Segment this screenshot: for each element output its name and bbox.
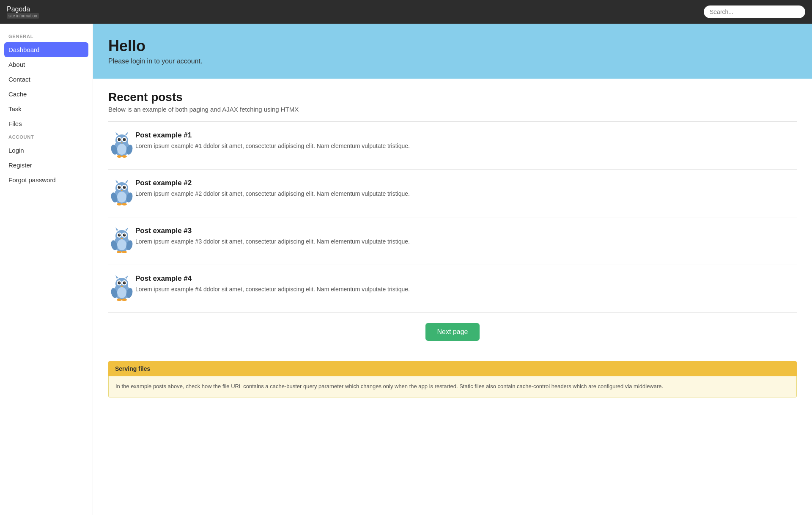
post-text: Lorem ipsum example #2 ddolor sit amet, … (135, 189, 797, 198)
posts-section-title: Recent posts (108, 90, 797, 104)
svg-point-37 (120, 234, 121, 235)
sidebar-item-register[interactable]: Register (0, 158, 93, 173)
sidebar-item-about[interactable]: About (0, 57, 93, 72)
sidebar-section-general: GENERAL Dashboard About Contact Cache Ta… (0, 34, 93, 131)
svg-point-63 (122, 299, 127, 301)
post-text: Lorem ipsum example #3 ddolor sit amet, … (135, 237, 797, 246)
svg-point-31 (122, 203, 127, 205)
serving-files-box: Serving files In the example posts above… (108, 361, 797, 397)
post-title: Post example #2 (135, 179, 797, 187)
svg-point-5 (120, 139, 121, 140)
post-body: Post example #3Lorem ipsum example #3 dd… (135, 227, 797, 246)
post-item: Post example #1Lorem ipsum example #1 dd… (108, 122, 797, 170)
svg-point-46 (117, 251, 122, 253)
svg-point-40 (125, 234, 126, 235)
sidebar-item-files[interactable]: Files (0, 116, 93, 131)
svg-point-30 (117, 203, 122, 205)
search-input[interactable] (704, 5, 805, 18)
post-avatar (108, 274, 135, 303)
svg-point-23 (123, 186, 126, 189)
sidebar-item-task[interactable]: Task (0, 101, 93, 116)
svg-point-55 (123, 282, 126, 285)
svg-point-62 (117, 299, 122, 301)
main-content: Hello Please login in to your account. R… (93, 24, 812, 515)
svg-point-56 (125, 282, 126, 283)
svg-point-4 (118, 138, 121, 141)
svg-point-2 (117, 144, 126, 155)
hero-subtitle: Please login in to your account. (108, 58, 797, 65)
layout: GENERAL Dashboard About Contact Cache Ta… (0, 24, 812, 515)
svg-marker-27 (125, 180, 128, 183)
svg-marker-43 (125, 227, 128, 231)
svg-point-18 (117, 192, 126, 203)
header: Pagoda site information (0, 0, 812, 24)
post-item: Post example #3Lorem ipsum example #3 dd… (108, 217, 797, 265)
svg-point-20 (118, 186, 121, 189)
post-text: Lorem ipsum example #1 ddolor sit amet, … (135, 142, 797, 151)
svg-marker-11 (125, 132, 128, 135)
svg-marker-42 (115, 227, 118, 231)
svg-point-8 (125, 139, 126, 140)
post-avatar (108, 179, 135, 208)
post-body: Post example #1Lorem ipsum example #1 dd… (135, 131, 797, 151)
svg-point-24 (125, 186, 126, 187)
sidebar-item-forgot-password[interactable]: Forgot password (0, 173, 93, 187)
sidebar-item-dashboard[interactable]: Dashboard (4, 42, 88, 57)
sidebar-item-login[interactable]: Login (0, 143, 93, 158)
brand-subtitle: site information (7, 13, 39, 19)
svg-point-15 (122, 155, 127, 158)
next-page-button[interactable]: Next page (425, 323, 480, 341)
svg-point-21 (120, 186, 121, 187)
svg-marker-58 (115, 275, 118, 279)
svg-point-14 (117, 155, 122, 158)
svg-point-50 (117, 287, 126, 298)
svg-marker-10 (115, 132, 118, 135)
svg-point-34 (117, 239, 126, 250)
posts-section-subtitle: Below is an example of both paging and A… (108, 106, 797, 113)
svg-point-39 (123, 234, 126, 237)
svg-point-7 (123, 138, 126, 141)
brand: Pagoda site information (7, 5, 39, 19)
post-body: Post example #4Lorem ipsum example #4 dd… (135, 274, 797, 294)
post-body: Post example #2Lorem ipsum example #2 dd… (135, 179, 797, 198)
post-list: Post example #1Lorem ipsum example #1 dd… (108, 121, 797, 313)
svg-point-52 (118, 282, 121, 285)
sidebar-general-label: GENERAL (0, 34, 93, 42)
serving-files-header: Serving files (108, 361, 797, 376)
svg-marker-26 (115, 180, 118, 183)
brand-name: Pagoda (7, 5, 30, 13)
sidebar-section-account: ACCOUNT Login Register Forgot password (0, 134, 93, 187)
post-title: Post example #4 (135, 274, 797, 283)
posts-section: Recent posts Below is an example of both… (93, 79, 812, 361)
hero-title: Hello (108, 37, 797, 55)
svg-point-36 (118, 234, 121, 237)
sidebar: GENERAL Dashboard About Contact Cache Ta… (0, 24, 93, 515)
serving-files-body: In the example posts above, check how th… (108, 376, 797, 397)
sidebar-item-contact[interactable]: Contact (0, 72, 93, 87)
post-title: Post example #3 (135, 227, 797, 235)
svg-point-47 (122, 251, 127, 253)
sidebar-item-cache[interactable]: Cache (0, 87, 93, 101)
post-text: Lorem ipsum example #4 ddolor sit amet, … (135, 285, 797, 294)
post-avatar (108, 131, 135, 160)
post-item: Post example #4Lorem ipsum example #4 dd… (108, 265, 797, 313)
hero-banner: Hello Please login in to your account. (93, 24, 812, 79)
next-page-wrapper: Next page (108, 313, 797, 349)
svg-point-53 (120, 282, 121, 283)
post-title: Post example #1 (135, 131, 797, 140)
svg-marker-59 (125, 275, 128, 279)
post-item: Post example #2Lorem ipsum example #2 dd… (108, 170, 797, 217)
post-avatar (108, 227, 135, 255)
sidebar-account-label: ACCOUNT (0, 134, 93, 143)
